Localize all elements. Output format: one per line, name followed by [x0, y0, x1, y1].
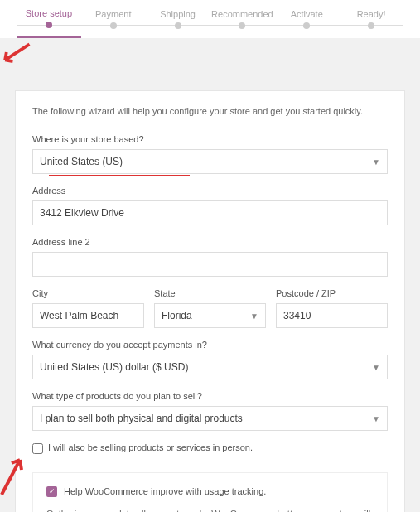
country-field: Where is your store based? United States… [32, 134, 388, 174]
step-dot-icon [303, 22, 310, 29]
step-dot-icon [46, 22, 52, 28]
annotation-arrow-icon [0, 453, 27, 500]
address-input[interactable] [32, 200, 388, 225]
country-value: United States (US) [40, 156, 123, 167]
step-shipping[interactable]: Shipping [146, 9, 210, 37]
state-select[interactable]: Florida ▼ [154, 303, 266, 328]
tracking-box: ✓ Help WooCommerce improve with usage tr… [32, 472, 388, 512]
state-label: State [154, 288, 266, 298]
city-state-zip-row: City State Florida ▼ Postcode / ZIP [32, 288, 388, 340]
city-field: City [32, 288, 144, 328]
city-input[interactable] [32, 303, 144, 328]
chevron-down-icon: ▼ [372, 157, 380, 167]
chevron-down-icon: ▼ [372, 414, 380, 423]
step-dot-icon [110, 22, 117, 29]
intro-text: The following wizard will help you confi… [32, 106, 388, 116]
step-label: Store setup [26, 8, 72, 18]
zip-field: Postcode / ZIP [276, 288, 388, 328]
step-activate[interactable]: Activate [274, 9, 339, 37]
setup-panel: The following wizard will help you confi… [15, 90, 405, 512]
currency-label: What currency do you accept payments in? [32, 340, 388, 350]
tracking-heading: Help WooCommerce improve with usage trac… [64, 485, 266, 499]
chevron-down-icon: ▼ [250, 312, 258, 321]
state-value: Florida [162, 310, 192, 321]
zip-label: Postcode / ZIP [276, 288, 388, 298]
in-person-label: I will also be selling products or servi… [48, 442, 253, 452]
step-ready[interactable]: Ready! [339, 9, 403, 37]
step-dot-icon [239, 22, 245, 29]
tracking-body: Gathering usage data allows us to make W… [46, 507, 374, 512]
address2-label: Address line 2 [32, 237, 388, 247]
step-label: Shipping [160, 9, 196, 19]
address2-input[interactable] [32, 252, 388, 277]
currency-select[interactable]: United States (US) dollar ($ USD) ▼ [32, 355, 388, 379]
product-type-value: I plan to sell both physical and digital… [40, 413, 243, 424]
product-type-label: What type of products do you plan to sel… [32, 391, 388, 401]
currency-field: What currency do you accept payments in?… [32, 340, 388, 379]
address-label: Address [32, 186, 388, 196]
step-store-setup[interactable]: Store setup [17, 8, 81, 38]
tracking-checkbox[interactable]: ✓ [46, 486, 57, 497]
tracking-body-text: Gathering usage data allows us to make W… [46, 509, 370, 512]
tracking-heading-row: ✓ Help WooCommerce improve with usage tr… [46, 485, 374, 499]
chevron-down-icon: ▼ [372, 363, 380, 372]
address2-field: Address line 2 [32, 237, 388, 277]
product-type-select[interactable]: I plan to sell both physical and digital… [32, 406, 388, 431]
annotation-underline [49, 175, 190, 176]
country-select[interactable]: United States (US) ▼ [32, 149, 388, 174]
annotation-arrow-icon [0, 38, 420, 72]
city-label: City [32, 288, 144, 298]
address-field: Address [32, 186, 388, 225]
step-label: Ready! [357, 9, 386, 19]
step-payment[interactable]: Payment [81, 9, 146, 37]
step-recommended[interactable]: Recommended [210, 9, 274, 37]
product-type-field: What type of products do you plan to sel… [32, 391, 388, 431]
country-label: Where is your store based? [32, 134, 388, 144]
step-dot-icon [368, 22, 374, 29]
step-dot-icon [175, 22, 181, 29]
currency-value: United States (US) dollar ($ USD) [40, 361, 188, 373]
step-label: Recommended [211, 9, 273, 19]
in-person-row: I will also be selling products or servi… [32, 442, 388, 454]
wizard-stepper: Store setup Payment Shipping Recommended… [0, 0, 420, 38]
state-field: State Florida ▼ [154, 288, 266, 328]
step-label: Activate [291, 9, 323, 19]
zip-input[interactable] [276, 303, 388, 328]
step-label: Payment [95, 9, 131, 19]
in-person-checkbox[interactable] [32, 443, 43, 454]
